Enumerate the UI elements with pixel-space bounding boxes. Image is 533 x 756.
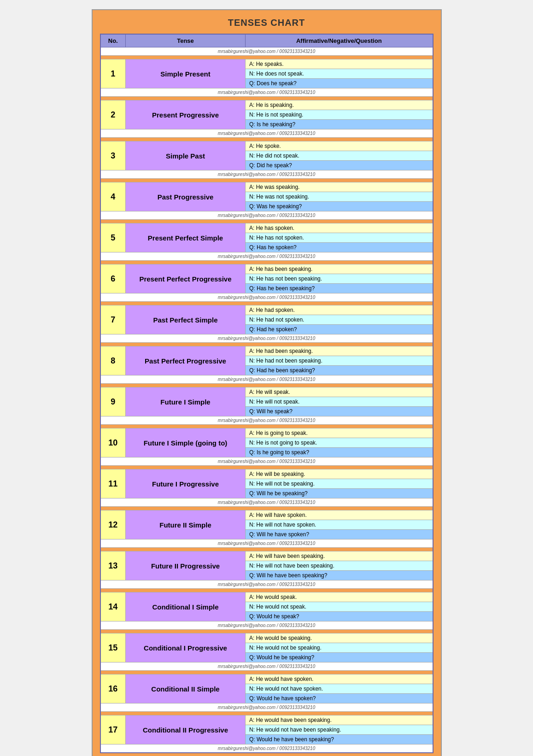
watermark-row: mrsabirgureshi@yahoo.com / 0092313334321…	[100, 334, 433, 343]
row-spacer	[100, 261, 433, 264]
tense-name: Past Perfect Simple	[126, 305, 246, 334]
row-spacer	[100, 630, 433, 633]
table-row: 16Conditional II SimpleA: He would have …	[100, 674, 433, 684]
tense-number: 15	[100, 633, 126, 662]
watermark-row: mrsabirgureshi@yahoo.com / 0092313334321…	[100, 703, 433, 712]
watermark-row: mrsabirgureshi@yahoo.com / 0092313334321…	[100, 47, 433, 56]
example-affirmative: A: He speaks.	[246, 59, 433, 69]
row-spacer	[100, 220, 433, 223]
example-affirmative: A: He was speaking.	[246, 182, 433, 192]
example-question: Q: Had he spoken?	[246, 325, 433, 334]
tense-name: Past Perfect Progressive	[126, 346, 246, 375]
tense-name: Future I Simple	[126, 387, 246, 416]
table-row: 6Present Perfect ProgressiveA: He has be…	[100, 264, 433, 274]
table-row: 9Future I SimpleA: He will speak.	[100, 387, 433, 397]
row-spacer	[100, 548, 433, 551]
example-negative: N: He will not have been speaking.	[246, 561, 433, 571]
example-negative: N: He would not speak.	[246, 602, 433, 612]
watermark-row: mrsabirgureshi@yahoo.com / 0092313334321…	[100, 252, 433, 261]
col-examples: Affirmative/Negative/Question	[246, 34, 433, 47]
table-row: 3Simple PastA: He spoke.	[100, 141, 433, 151]
example-negative: N: He was not speaking.	[246, 192, 433, 202]
watermark-row: mrsabirgureshi@yahoo.com / 0092313334321…	[100, 580, 433, 589]
tense-name: Present Progressive	[126, 100, 246, 129]
example-question: Q: Is he speaking?	[246, 120, 433, 129]
example-negative: N: He has not spoken.	[246, 233, 433, 243]
example-question: Q: Did he speak?	[246, 161, 433, 170]
example-affirmative: A: He had spoken.	[246, 305, 433, 315]
tenses-table: No. Tense Affirmative/Negative/Question …	[100, 34, 433, 753]
row-spacer	[100, 466, 433, 469]
tense-name: Conditional II Simple	[126, 674, 246, 703]
tense-number: 9	[100, 387, 126, 416]
watermark-row: mrsabirgureshi@yahoo.com / 0092313334321…	[100, 621, 433, 630]
row-spacer	[100, 384, 433, 387]
row-spacer	[100, 712, 433, 715]
example-negative: N: He has not been speaking.	[246, 274, 433, 284]
example-question: Q: Has he been speaking?	[246, 284, 433, 293]
tense-name: Conditional I Progressive	[126, 633, 246, 662]
example-question: Q: Has he spoken?	[246, 243, 433, 252]
example-negative: N: He would not have been speaking.	[246, 725, 433, 735]
example-affirmative: A: He would be speaking.	[246, 633, 433, 643]
watermark-row: mrsabirgureshi@yahoo.com / 0092313334321…	[100, 662, 433, 671]
tense-number: 4	[100, 182, 126, 211]
tense-number: 11	[100, 469, 126, 498]
example-affirmative: A: He will have spoken.	[246, 510, 433, 520]
example-question: Q: Would he have spoken?	[246, 694, 433, 703]
row-spacer	[100, 343, 433, 346]
tense-name: Present Perfect Progressive	[126, 264, 246, 293]
row-spacer	[100, 97, 433, 100]
watermark-row: mrsabirgureshi@yahoo.com / 0092313334321…	[100, 457, 433, 466]
tense-name: Conditional I Simple	[126, 592, 246, 621]
col-tense: Tense	[126, 34, 246, 47]
example-question: Q: Will he speak?	[246, 407, 433, 416]
table-row: 12Future II SimpleA: He will have spoken…	[100, 510, 433, 520]
table-row: 2Present ProgressiveA: He is speaking.	[100, 100, 433, 110]
row-spacer	[100, 302, 433, 305]
row-spacer	[100, 589, 433, 592]
example-negative: N: He is not speaking.	[246, 110, 433, 120]
tense-name: Past Progressive	[126, 182, 246, 211]
tense-number: 12	[100, 510, 126, 539]
table-row: 8Past Perfect ProgressiveA: He had been …	[100, 346, 433, 356]
table-row: 1Simple PresentA: He speaks.	[100, 59, 433, 69]
tense-name: Future II Progressive	[126, 551, 246, 580]
example-negative: N: He will not have spoken.	[246, 520, 433, 530]
example-affirmative: A: He has been speaking.	[246, 264, 433, 274]
example-question: Q: Was he speaking?	[246, 202, 433, 211]
example-question: Q: Will he have spoken?	[246, 530, 433, 539]
row-spacer	[100, 56, 433, 59]
example-negative: N: He does not speak.	[246, 69, 433, 79]
tense-number: 3	[100, 141, 126, 170]
watermark-row: mrsabirgureshi@yahoo.com / 0092313334321…	[100, 375, 433, 384]
example-affirmative: A: He would have been speaking.	[246, 715, 433, 725]
tense-number: 14	[100, 592, 126, 621]
example-affirmative: A: He is speaking.	[246, 100, 433, 110]
tense-number: 17	[100, 715, 126, 744]
watermark-row: mrsabirgureshi@yahoo.com / 0092313334321…	[100, 744, 433, 753]
table-row: 15Conditional I ProgressiveA: He would b…	[100, 633, 433, 643]
example-question: Q: Will he have been speaking?	[246, 571, 433, 580]
row-spacer	[100, 138, 433, 141]
example-negative: N: He would not have spoken.	[246, 684, 433, 694]
table-row: 14Conditional I SimpleA: He would speak.	[100, 592, 433, 602]
example-affirmative: A: He spoke.	[246, 141, 433, 151]
table-row: 5Present Perfect SimpleA: He has spoken.	[100, 223, 433, 233]
example-question: Q: Is he going to speak?	[246, 448, 433, 457]
page-wrapper: TENSES CHART No. Tense Affirmative/Negat…	[92, 9, 442, 756]
table-row: 13Future II ProgressiveA: He will have b…	[100, 551, 433, 561]
example-question: Q: Had he been speaking?	[246, 366, 433, 375]
example-negative: N: He will not be speaking.	[246, 479, 433, 489]
watermark-row: mrsabirgureshi@yahoo.com / 0092313334321…	[100, 293, 433, 302]
tense-number: 10	[100, 428, 126, 457]
watermark-row: mrsabirgureshi@yahoo.com / 0092313334321…	[100, 498, 433, 507]
example-negative: N: He had not spoken.	[246, 315, 433, 325]
example-negative: N: He would not be speaking.	[246, 643, 433, 653]
tense-name: Simple Present	[126, 59, 246, 88]
table-row: 11Future I ProgressiveA: He will be spea…	[100, 469, 433, 479]
tense-name: Conditional II Progressive	[126, 715, 246, 744]
table-row: 7Past Perfect SimpleA: He had spoken.	[100, 305, 433, 315]
watermark-row: mrsabirgureshi@yahoo.com / 0092313334321…	[100, 88, 433, 97]
example-affirmative: A: He will have been speaking.	[246, 551, 433, 561]
